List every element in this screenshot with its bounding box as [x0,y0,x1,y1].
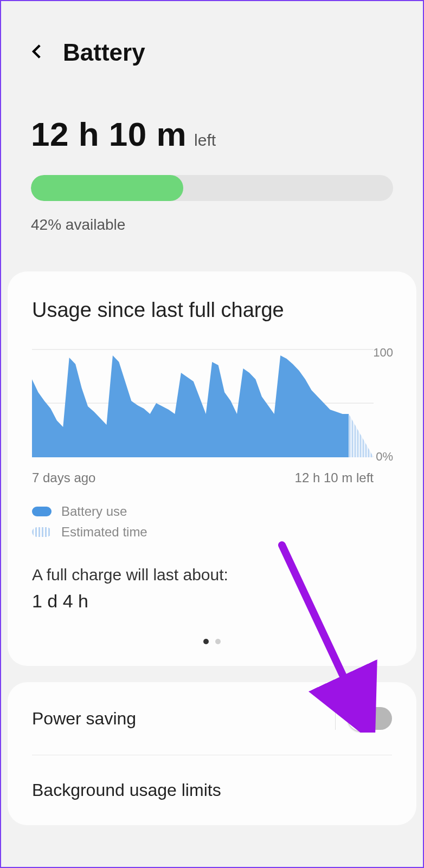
chart-x-end: 12 h 10 m left [295,470,374,485]
legend-label-estimated: Estimated time [61,524,147,540]
row-divider [335,707,336,730]
battery-level-bar [31,175,393,201]
full-charge-label: A full charge will last about: [32,566,392,584]
legend-label-battery-use: Battery use [61,504,127,519]
usage-card-title: Usage since last full charge [32,299,392,322]
legend-swatch-battery-use [32,507,52,516]
page-dot-2 [215,639,221,644]
battery-available-label: 42% available [31,216,393,234]
battery-usage-chart: 100 0% [32,349,392,463]
full-charge-value: 1 d 4 h [32,591,392,612]
time-remaining-suffix: left [194,131,216,150]
page-dot-1 [203,639,209,644]
chart-y-min: 0% [376,450,393,464]
page-indicator[interactable] [32,639,392,644]
background-usage-limits-label: Background usage limits [32,780,221,800]
battery-summary: 12 h 10 m left 42% available [1,82,423,255]
chart-y-max: 100 [373,346,393,360]
chart-x-start: 7 days ago [32,470,95,485]
chart-legend: Battery use Estimated time [32,504,392,540]
page-title: Battery [63,39,145,66]
background-usage-limits-row[interactable]: Background usage limits [32,755,392,825]
power-saving-toggle[interactable] [349,707,392,730]
header: Battery [1,1,423,82]
power-saving-row[interactable]: Power saving [32,682,392,755]
time-remaining-value: 12 h 10 m [31,115,187,153]
usage-card[interactable]: Usage since last full charge 100 0% 7 da… [8,271,416,666]
back-icon[interactable] [28,42,47,63]
battery-level-fill [31,175,183,201]
power-saving-label: Power saving [32,709,136,729]
toggle-knob [348,705,374,731]
legend-swatch-estimated [32,527,52,537]
settings-list: Power saving Background usage limits [8,682,416,825]
